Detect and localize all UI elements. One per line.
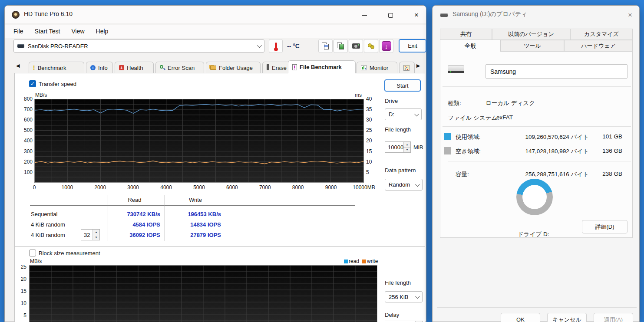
section-divider <box>15 246 425 247</box>
axis-tick: 600 <box>17 117 33 123</box>
tab-label: カスタマイズ <box>584 30 619 38</box>
axis-tick: 200 <box>17 159 33 165</box>
spin-down-icon[interactable]: ▼ <box>404 148 410 153</box>
exit-label: Exit <box>408 43 417 49</box>
copy-image-button[interactable] <box>334 39 348 53</box>
folder-icon <box>210 66 216 70</box>
menu-file[interactable]: File <box>13 28 23 35</box>
tab-customize[interactable]: カスタマイズ <box>570 29 633 40</box>
capacity-label: 容量: <box>456 171 469 178</box>
cancel-label: キャンセル <box>552 316 581 322</box>
dialog-close-button[interactable]: × <box>622 9 638 21</box>
row-sequential-label: Sequential <box>31 211 57 217</box>
legend-read-label: read <box>349 258 359 264</box>
tab-folder-usage[interactable]: Folder Usage <box>206 62 261 73</box>
axis-tick: 100 <box>17 169 33 175</box>
apply-button[interactable]: 適用(A) <box>594 313 633 322</box>
volume-name-input[interactable] <box>485 64 627 79</box>
minimize-button[interactable] <box>354 9 374 21</box>
used-swatch <box>444 133 451 140</box>
spin-down-icon[interactable]: ▼ <box>93 235 99 240</box>
options-button[interactable] <box>364 39 378 53</box>
menu-bar: File Start Test View Help <box>5 25 426 38</box>
maximize-button[interactable] <box>380 9 400 21</box>
axis-tick: 4000 <box>154 184 178 191</box>
save-results-button[interactable]: ↓ <box>379 39 393 53</box>
screenshot-button[interactable] <box>349 39 363 53</box>
filesystem-label: ファイル システム: <box>448 114 499 122</box>
drive-select[interactable]: D: <box>385 108 422 120</box>
tab-hardware[interactable]: ハードウェア <box>564 40 633 52</box>
tab-benchmark[interactable]: ! Benchmark <box>29 62 84 73</box>
tab-share[interactable]: 共有 <box>440 29 492 40</box>
chevron-down-icon <box>257 43 262 48</box>
file-length-spinner[interactable]: 10000 ▲▼ <box>385 141 411 153</box>
temperature-button[interactable] <box>269 39 283 53</box>
chevron-down-icon <box>415 181 420 186</box>
details-button[interactable]: 詳細(D) <box>582 220 627 233</box>
file-length-unit: MiB <box>413 144 423 151</box>
tab-error-scan[interactable]: Error Scan <box>155 62 204 73</box>
axis-tick: 10 <box>366 159 377 165</box>
thermometer-bulb <box>274 47 278 51</box>
row-4kib-read: 4584 IOPS <box>109 221 160 228</box>
magnifier-icon <box>160 65 165 70</box>
tab-tools[interactable]: ツール <box>501 40 564 52</box>
axis-tick: 15 <box>366 148 377 154</box>
tab-monitor[interactable]: Monitor <box>357 62 397 73</box>
ok-button[interactable]: OK <box>501 313 540 322</box>
tab-info[interactable]: i Info <box>86 62 113 73</box>
start-button[interactable]: Start <box>384 79 421 92</box>
maximize-icon <box>388 13 393 18</box>
queue-depth-spinner[interactable]: 32 ▲▼ <box>81 229 100 240</box>
close-button[interactable]: × <box>406 9 426 21</box>
row-4kib-label: 4 KiB random <box>31 221 65 228</box>
table-divider-2 <box>165 195 165 241</box>
tab-general[interactable]: 全般 <box>440 39 501 52</box>
axis-tick: 10000MB <box>352 184 376 191</box>
axis-tick: 7000 <box>253 184 277 191</box>
tab-scroll-right[interactable]: ▶ <box>416 63 420 69</box>
separator <box>443 86 631 87</box>
row-4kib-qd-read: 36092 IOPS <box>109 232 160 238</box>
capacity-bytes: 256,288,751,616 バイト <box>511 171 589 178</box>
exit-button[interactable]: Exit <box>399 39 426 53</box>
separator <box>448 161 631 161</box>
tab-health[interactable]: + Health <box>115 62 154 73</box>
apply-label: 適用(A) <box>604 316 623 322</box>
separator <box>443 126 631 127</box>
spin-up-icon[interactable]: ▲ <box>93 230 99 235</box>
row-sequential-read: 730742 KB/s <box>109 211 160 217</box>
tab-file-benchmark[interactable]: File Benchmark <box>288 60 356 73</box>
axis-tick: 5 <box>366 169 377 175</box>
file-length-label: File length <box>385 126 411 133</box>
read-header: Read <box>109 197 160 203</box>
copy-text-button[interactable] <box>318 39 333 53</box>
drive-label: Drive <box>385 98 398 104</box>
menu-start-test[interactable]: Start Test <box>35 28 60 35</box>
tab-erase[interactable]: Erase <box>262 62 291 73</box>
cancel-button[interactable]: キャンセル <box>547 313 587 322</box>
transfer-speed-checkbox[interactable]: ✓ <box>29 80 36 87</box>
tab-scroll-left[interactable]: ◀ <box>16 63 20 69</box>
file-length2-select[interactable]: 256 KiB <box>385 291 423 302</box>
data-pattern-value: Random <box>389 181 410 188</box>
tab-random-access-partial[interactable] <box>399 62 415 73</box>
free-size: 136 GB <box>598 148 622 154</box>
axis-tick: 2000 <box>88 184 112 191</box>
drive-led <box>450 71 451 72</box>
axis-tick: 25 <box>366 127 377 133</box>
axis-tick: 25 <box>15 264 26 270</box>
block-size-checkbox[interactable] <box>29 250 36 256</box>
device-select[interactable]: SanDisk PRO-READER <box>13 39 264 53</box>
tab-previous-versions[interactable]: 以前のバージョン <box>492 29 570 40</box>
top-chart-yunit-right: ms <box>355 92 362 98</box>
capacity-size: 238 GB <box>598 171 622 177</box>
used-label: 使用領域: <box>456 133 481 141</box>
donut-hole <box>522 185 547 209</box>
data-pattern-select[interactable]: Random <box>385 179 423 191</box>
menu-view[interactable]: View <box>71 28 84 35</box>
spin-up-icon[interactable]: ▲ <box>404 142 410 148</box>
minimize-icon <box>362 15 367 16</box>
menu-help[interactable]: Help <box>96 28 109 35</box>
